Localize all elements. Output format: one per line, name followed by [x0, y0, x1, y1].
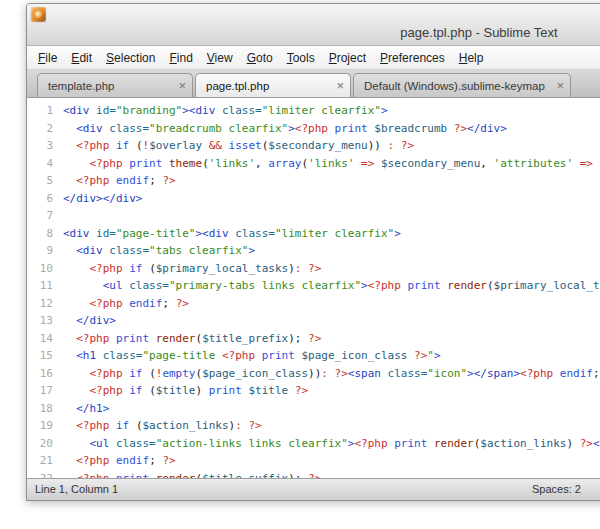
code-line[interactable]: 13 </div> [27, 312, 600, 330]
menu-edit[interactable]: Edit [64, 48, 99, 68]
code-token: print [262, 349, 302, 362]
code-token: id= [90, 227, 117, 240]
code-line[interactable]: 22 <?php print render($title_suffix); ?> [27, 470, 600, 479]
line-number: 17 [27, 382, 63, 400]
code-line[interactable]: 20 <ul class="action-links links clearfi… [27, 435, 600, 453]
titlebar[interactable]: page.tpl.php - Sublime Text [27, 4, 600, 46]
indent-setting[interactable]: Spaces: 2 [532, 483, 581, 495]
code-line[interactable]: 15 <h1 class="page-title <?php print $pa… [27, 347, 600, 365]
code-line[interactable]: 11 <ul class="primary-tabs links clearfi… [27, 277, 600, 295]
menu-selection[interactable]: Selection [99, 48, 162, 68]
window-title: page.tpl.php - Sublime Text [27, 25, 600, 40]
code-token: => [354, 157, 381, 170]
code-token: endif [116, 174, 149, 187]
code-line[interactable]: 19 <?php if ($action_links): ?> [27, 417, 600, 435]
line-number: 11 [27, 277, 63, 295]
code-token: : [235, 419, 248, 432]
tab-page.tpl.php[interactable]: page.tpl.php× [195, 73, 351, 97]
tab-template.php[interactable]: template.php× [37, 73, 193, 97]
tab-close-icon[interactable]: × [336, 79, 344, 92]
menu-tools[interactable]: Tools [280, 48, 322, 68]
menu-view[interactable]: View [200, 48, 240, 68]
code-token: render [156, 332, 196, 345]
tab-close-icon[interactable]: × [178, 79, 186, 92]
code-token: : [295, 262, 308, 275]
code-token [63, 332, 76, 345]
code-line[interactable]: 7 [27, 207, 600, 225]
code-line[interactable]: 14 <?php print render($title_prefix); ?> [27, 330, 600, 348]
code-token: " [427, 349, 434, 362]
code-text: <div class="tabs clearfix"> [63, 242, 255, 260]
menu-preferences[interactable]: Preferences [373, 48, 452, 68]
code-token: ; [593, 367, 600, 380]
menu-goto[interactable]: Goto [240, 48, 280, 68]
code-token: <?php [90, 367, 130, 380]
editor[interactable]: 1<div id="branding"><div class="limiter … [27, 98, 600, 478]
code-token: ) [288, 262, 295, 275]
code-line[interactable]: 6</div></div> [27, 190, 600, 208]
code-token: "page-title" [116, 227, 195, 240]
menu-help[interactable]: Help [452, 48, 491, 68]
code-token: "page-title [142, 349, 221, 362]
code-token: : [381, 139, 401, 152]
code-token: endif [560, 367, 593, 380]
line-number: 9 [27, 242, 63, 260]
tab-label: page.tpl.php [206, 80, 330, 92]
code-token: $primary_local_tasks [156, 262, 288, 275]
code-token: "icon" [427, 367, 467, 380]
code-token: ) [566, 437, 579, 450]
code-token [63, 419, 76, 432]
code-line[interactable]: 3 <?php if (!$overlay && isset($secondar… [27, 137, 600, 155]
code-line[interactable]: 2 <div class="breadcrumb clearfix"><?php… [27, 120, 600, 138]
menubar: FileEditSelectionFindViewGotoToolsProjec… [27, 46, 600, 70]
code-token [63, 157, 90, 170]
code-text: <h1 class="page-title <?php print $page_… [63, 347, 441, 365]
code-token: $breadcrumb [374, 122, 453, 135]
code-token: </ul> [593, 437, 600, 450]
code-token: ?> [308, 262, 321, 275]
line-number: 16 [27, 365, 63, 383]
code-token: theme [169, 157, 202, 170]
code-line[interactable]: 8<div id="page-title"><div class="limite… [27, 225, 600, 243]
sublime-app-icon[interactable] [31, 7, 46, 22]
code-token [63, 174, 76, 187]
code-token: <h1 [76, 349, 96, 362]
line-number: 20 [27, 435, 63, 453]
code-line[interactable]: 1<div id="branding"><div class="limiter … [27, 102, 600, 120]
tab-Default (Windows).sublime-keymap[interactable]: Default (Windows).sublime-keymap× [353, 73, 571, 97]
line-number: 19 [27, 417, 63, 435]
code-token: print [394, 437, 434, 450]
code-token: "tabs clearfix" [149, 244, 248, 257]
cursor-position: Line 1, Column 1 [35, 483, 118, 495]
code-token: ?> [414, 349, 427, 362]
code-token: endif [116, 454, 149, 467]
line-number: 1 [27, 102, 63, 120]
line-number: 5 [27, 172, 63, 190]
code-line[interactable]: 18 </h1> [27, 400, 600, 418]
code-text: <div class="breadcrumb clearfix"><?php p… [63, 120, 507, 138]
code-line[interactable]: 9 <div class="tabs clearfix"> [27, 242, 600, 260]
code-token: <?php [354, 437, 394, 450]
code-line[interactable]: 12 <?php endif; ?> [27, 295, 600, 313]
code-line[interactable]: 17 <?php if ($title) print $title ?> [27, 382, 600, 400]
menu-find[interactable]: Find [162, 48, 199, 68]
code-token: <?php [90, 297, 130, 310]
code-line[interactable]: 21 <?php endif; ?> [27, 452, 600, 470]
code-token: "limiter clearfix" [262, 104, 381, 117]
menu-file[interactable]: File [31, 48, 64, 68]
code-token: )) [308, 367, 321, 380]
code-line[interactable]: 4 <?php print theme('links', array('link… [27, 155, 600, 173]
code-line[interactable]: 5 <?php endif; ?> [27, 172, 600, 190]
line-number: 14 [27, 330, 63, 348]
code-token: <?php [76, 419, 116, 432]
code-token [63, 402, 76, 415]
code-token: print [129, 157, 169, 170]
code-line[interactable]: 16 <?php if (!empty($page_icon_class)): … [27, 365, 600, 383]
tab-close-icon[interactable]: × [556, 79, 564, 92]
code-token: ?> [162, 174, 175, 187]
code-token: ); [288, 332, 308, 345]
code-line[interactable]: 10 <?php if ($primary_local_tasks): ?> [27, 260, 600, 278]
code-token: $title_prefix [202, 332, 288, 345]
menu-project[interactable]: Project [322, 48, 373, 68]
statusbar: Line 1, Column 1 Spaces: 2 [27, 478, 600, 500]
